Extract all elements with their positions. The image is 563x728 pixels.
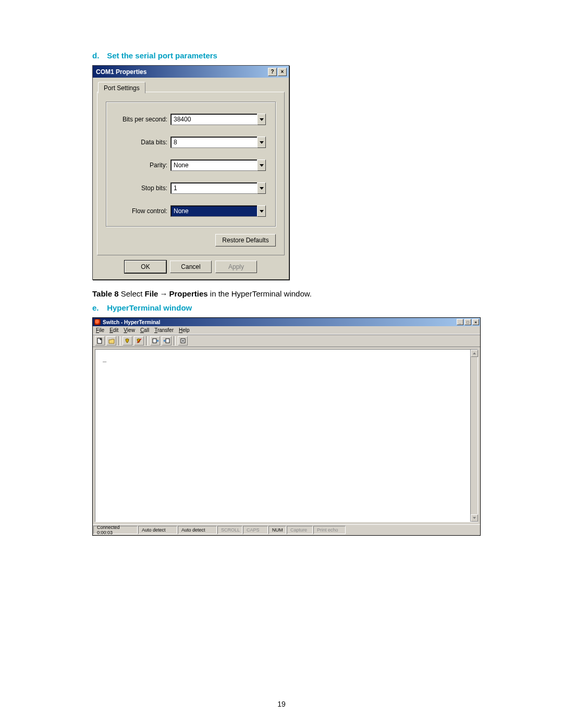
status-connected: Connected 0:00:03 (93, 526, 138, 534)
status-scroll: SCROLL (217, 526, 242, 534)
heading-d-prefix: d. (92, 51, 105, 60)
call-icon[interactable] (123, 336, 132, 346)
heading-d: d. Set the serial port parameters (92, 51, 495, 60)
help-button[interactable]: ? (268, 68, 277, 76)
new-icon[interactable] (95, 336, 105, 346)
tab-port-settings[interactable]: Port Settings (98, 82, 145, 93)
chevron-down-icon[interactable] (257, 182, 266, 194)
ok-button[interactable]: OK (125, 261, 166, 273)
close-button[interactable]: × (278, 68, 287, 76)
chevron-down-icon[interactable] (257, 137, 266, 148)
maximize-button[interactable]: □ (464, 319, 471, 325)
menu-transfer[interactable]: Transfer (154, 327, 174, 333)
receive-icon[interactable] (162, 336, 172, 346)
flow-control-combo[interactable]: None (170, 205, 266, 217)
bits-per-second-label: Bits per second: (116, 116, 170, 123)
close-icon: × (474, 320, 477, 325)
status-autodetect2: Auto detect (178, 526, 217, 534)
menu-help[interactable]: Help (179, 327, 190, 333)
help-icon: ? (271, 69, 274, 75)
hyperterminal-window: Switch - HyperTerminal _ □ × File Edit V… (92, 317, 481, 536)
properties-icon[interactable] (178, 336, 188, 346)
heading-e-text: HyperTerminal window (107, 303, 192, 312)
caption-file: File (145, 289, 158, 298)
close-icon: × (281, 69, 284, 75)
send-icon[interactable] (150, 336, 160, 346)
status-num: NUM (268, 526, 286, 534)
stop-bits-value: 1 (170, 182, 257, 194)
status-capture: Capture (287, 526, 313, 534)
menu-file[interactable]: File (96, 327, 104, 333)
caption-pre: Select (119, 289, 145, 298)
parity-label: Parity: (116, 162, 170, 169)
stop-bits-combo[interactable]: 1 (170, 182, 266, 194)
status-print-echo: Print echo (313, 526, 346, 534)
page-number: 19 (0, 700, 563, 708)
chevron-down-icon[interactable] (257, 114, 266, 125)
status-caps: CAPS (243, 526, 268, 534)
chevron-down-icon[interactable] (257, 205, 266, 217)
cancel-button[interactable]: Cancel (170, 261, 212, 273)
bits-per-second-value: 38400 (170, 114, 257, 125)
arrow-icon: → (160, 289, 167, 298)
svg-rect-2 (153, 339, 156, 343)
dialog-title: COM1 Properties (96, 68, 267, 76)
data-bits-value: 8 (170, 137, 257, 148)
menu-view[interactable]: View (124, 327, 135, 333)
tab-page: Bits per second: 38400 Data bits: 8 (97, 92, 285, 255)
heading-d-text: Set the serial port parameters (107, 51, 217, 60)
menu-bar: File Edit View Call Transfer Help (93, 326, 480, 335)
minimize-button[interactable]: _ (457, 319, 463, 325)
restore-defaults-button[interactable]: Restore Defaults (215, 234, 276, 246)
disconnect-icon[interactable] (134, 336, 144, 346)
data-bits-combo[interactable]: 8 (170, 137, 266, 148)
svg-rect-4 (181, 339, 185, 343)
separator-icon (146, 336, 148, 346)
status-bar: Connected 0:00:03 Auto detect Auto detec… (93, 524, 480, 535)
tab-strip: Port Settings (97, 81, 285, 92)
separator-icon (118, 336, 120, 346)
parity-value: None (170, 159, 257, 171)
terminal-cursor: _ (103, 355, 106, 362)
flow-control-label: Flow control: (116, 207, 170, 215)
scroll-down-icon[interactable] (471, 514, 478, 522)
svg-rect-3 (166, 339, 169, 343)
hyperterminal-app-icon (94, 319, 101, 325)
close-button[interactable]: × (472, 319, 479, 325)
apply-button[interactable]: Apply (215, 261, 257, 273)
minimize-icon: _ (459, 320, 461, 325)
status-autodetect1: Auto detect (138, 526, 177, 534)
caption-properties: Properties (169, 289, 207, 298)
heading-e-prefix: e. (92, 303, 105, 312)
open-icon[interactable] (106, 336, 116, 346)
hyperterminal-titlebar: Switch - HyperTerminal _ □ × (93, 318, 480, 326)
chevron-down-icon[interactable] (257, 159, 266, 171)
vertical-scrollbar[interactable] (470, 350, 478, 522)
separator-icon (174, 336, 176, 346)
hyperterminal-title: Switch - HyperTerminal (103, 319, 456, 325)
caption-post: in the HyperTerminal window. (208, 289, 312, 298)
maximize-icon: □ (467, 320, 469, 325)
heading-e: e. HyperTerminal window (92, 303, 495, 312)
toolbar (93, 335, 480, 347)
flow-control-value: None (170, 205, 257, 217)
stop-bits-label: Stop bits: (116, 184, 170, 192)
table-8-caption: Table 8 Select File→Properties in the Hy… (92, 289, 495, 298)
settings-group: Bits per second: 38400 Data bits: 8 (106, 102, 276, 227)
bits-per-second-combo[interactable]: 38400 (170, 114, 266, 125)
menu-edit[interactable]: Edit (109, 327, 118, 333)
data-bits-label: Data bits: (116, 139, 170, 146)
com1-properties-dialog: COM1 Properties ? × Port Settings Bits p… (92, 65, 289, 280)
scroll-up-icon[interactable] (471, 350, 478, 357)
dialog-titlebar: COM1 Properties ? × (93, 66, 289, 78)
caption-label: Table 8 (92, 289, 119, 298)
parity-combo[interactable]: None (170, 159, 266, 171)
terminal-area[interactable]: _ (95, 350, 478, 522)
menu-call[interactable]: Call (140, 327, 149, 333)
